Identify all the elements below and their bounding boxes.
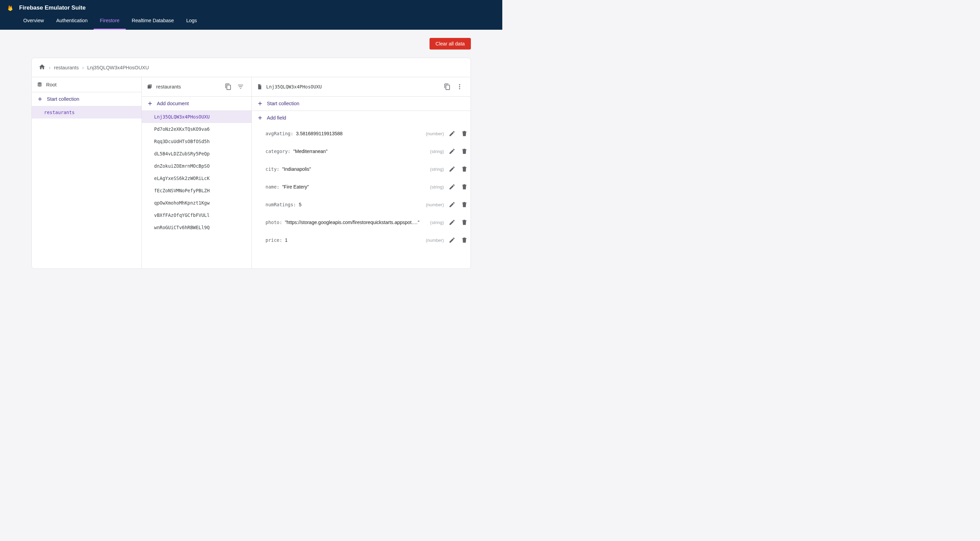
chevron-right-icon: › bbox=[49, 65, 51, 70]
document-item[interactable]: dL5B4vLDZZubSRy5PeQp bbox=[142, 148, 251, 160]
collection-item[interactable]: restaurants bbox=[32, 106, 142, 119]
field-row[interactable]: city:"Indianapolis"(string) bbox=[252, 160, 471, 178]
field-row[interactable]: category:"Mediterranean"(string) bbox=[252, 143, 471, 160]
field-key: numRatings: bbox=[266, 202, 296, 207]
home-icon[interactable] bbox=[38, 63, 45, 71]
delete-icon[interactable] bbox=[458, 163, 471, 175]
document-item[interactable]: dnZokuiZOEmrnMOcBpSO bbox=[142, 160, 251, 172]
field-type: (string) bbox=[430, 184, 446, 190]
add-field-button[interactable]: Add field bbox=[252, 111, 471, 125]
tab-logs[interactable]: Logs bbox=[180, 13, 203, 30]
field-row[interactable]: name:"Fire Eatery"(string) bbox=[252, 178, 471, 196]
breadcrumb-item[interactable]: Lnj35QLQW3x4PHosOUXU bbox=[87, 65, 149, 70]
field-key: category: bbox=[266, 149, 290, 154]
svg-point-2 bbox=[459, 88, 460, 89]
field-key: price: bbox=[266, 237, 282, 243]
edit-icon[interactable] bbox=[446, 127, 458, 140]
document-item[interactable]: Pd7oNz2eXKxTQsKO9va6 bbox=[142, 123, 251, 135]
delete-icon[interactable] bbox=[458, 181, 471, 193]
copy-icon[interactable] bbox=[222, 81, 234, 93]
edit-icon[interactable] bbox=[446, 234, 458, 246]
field-type: (string) bbox=[430, 220, 446, 225]
column-root: Root Start collection restaurants bbox=[32, 77, 142, 268]
field-value: "Indianapolis" bbox=[282, 167, 311, 172]
database-icon bbox=[37, 82, 43, 88]
field-type: (string) bbox=[430, 167, 446, 172]
field-type: (number) bbox=[426, 238, 446, 243]
firebase-logo-icon bbox=[7, 4, 14, 12]
add-document-button[interactable]: Add document bbox=[142, 97, 251, 111]
field-row[interactable]: numRatings:5(number) bbox=[252, 196, 471, 213]
field-value: 5 bbox=[299, 202, 301, 207]
document-item[interactable]: Rqq3DcuUdHTsOBfOSd5h bbox=[142, 135, 251, 148]
action-bar: Clear all data bbox=[0, 30, 502, 49]
edit-icon[interactable] bbox=[446, 181, 458, 193]
field-value: "Mediterranean" bbox=[293, 149, 327, 154]
tab-overview[interactable]: Overview bbox=[17, 13, 50, 30]
breadcrumb: › restaurants › Lnj35QLQW3x4PHosOUXU bbox=[32, 58, 471, 77]
chevron-right-icon: › bbox=[82, 65, 84, 70]
field-type: (string) bbox=[430, 149, 446, 154]
field-type: (number) bbox=[426, 202, 446, 207]
field-value: 3.5816899119913588 bbox=[296, 131, 342, 136]
column-fields: Lnj35QLQW3x4PHosOUXU Start collection Ad… bbox=[252, 77, 471, 268]
field-row[interactable]: avgRating:3.5816899119913588(number) bbox=[252, 125, 471, 143]
delete-icon[interactable] bbox=[458, 198, 471, 211]
edit-icon[interactable] bbox=[446, 145, 458, 157]
clear-all-data-button[interactable]: Clear all data bbox=[430, 38, 471, 49]
document-item[interactable]: vBXfFAzOfqYGCfbFVULl bbox=[142, 209, 251, 221]
field-type: (number) bbox=[426, 131, 446, 136]
field-key: avgRating: bbox=[266, 131, 293, 136]
plus-icon bbox=[37, 96, 43, 103]
copy-icon[interactable] bbox=[441, 81, 453, 93]
delete-icon[interactable] bbox=[458, 145, 471, 157]
delete-icon[interactable] bbox=[458, 127, 471, 140]
tab-firestore[interactable]: Firestore bbox=[94, 13, 126, 30]
field-key: name: bbox=[266, 184, 280, 190]
start-collection-button[interactable]: Start collection bbox=[32, 92, 142, 106]
app-header: Firebase Emulator Suite OverviewAuthenti… bbox=[0, 0, 502, 30]
field-value: "Fire Eatery" bbox=[282, 184, 309, 190]
column-documents: restaurants Add document Lnj35QLQW3x4PHo… bbox=[142, 77, 252, 268]
plus-icon bbox=[257, 114, 264, 121]
app-title: Firebase Emulator Suite bbox=[19, 5, 86, 11]
document-item[interactable]: wnRoGUiCTv6hRBWELl9Q bbox=[142, 221, 251, 233]
column-root-title: Root bbox=[46, 82, 57, 87]
delete-icon[interactable] bbox=[458, 216, 471, 228]
column-fields-title: Lnj35QLQW3x4PHosOUXU bbox=[266, 84, 322, 89]
field-key: photo: bbox=[266, 220, 282, 225]
field-key: city: bbox=[266, 167, 280, 172]
document-item[interactable]: Lnj35QLQW3x4PHosOUXU bbox=[142, 111, 251, 123]
breadcrumb-item[interactable]: restaurants bbox=[54, 65, 79, 70]
field-row[interactable]: price:1(number) bbox=[252, 231, 471, 249]
column-docs-title: restaurants bbox=[156, 84, 181, 89]
edit-icon[interactable] bbox=[446, 163, 458, 175]
plus-icon bbox=[146, 100, 153, 107]
document-item[interactable]: qpOwXmohoMhKpnzt1Kgw bbox=[142, 197, 251, 209]
plus-icon bbox=[257, 100, 264, 107]
edit-icon[interactable] bbox=[446, 198, 458, 211]
document-item[interactable]: eLAgYxeSS6k2zWORiLcK bbox=[142, 172, 251, 184]
tab-realtime-database[interactable]: Realtime Database bbox=[126, 13, 180, 30]
tab-authentication[interactable]: Authentication bbox=[50, 13, 94, 30]
svg-point-1 bbox=[459, 86, 460, 87]
start-collection-button[interactable]: Start collection bbox=[252, 97, 471, 111]
field-row[interactable]: photo:"https://storage.googleapis.com/fi… bbox=[252, 213, 471, 231]
firestore-panel: › restaurants › Lnj35QLQW3x4PHosOUXU Roo… bbox=[32, 58, 471, 269]
more-vert-icon[interactable] bbox=[453, 81, 466, 93]
filter-icon[interactable] bbox=[234, 81, 247, 93]
delete-icon[interactable] bbox=[458, 234, 471, 246]
document-item[interactable]: fEcZoNSVMNoPefyPBLZH bbox=[142, 184, 251, 197]
edit-icon[interactable] bbox=[446, 216, 458, 228]
collection-icon bbox=[146, 84, 153, 90]
document-icon bbox=[257, 84, 263, 90]
field-value: "https://storage.googleapis.com/firestor… bbox=[285, 220, 420, 225]
nav-tabs: OverviewAuthenticationFirestoreRealtime … bbox=[0, 13, 502, 30]
field-value: 1 bbox=[285, 237, 288, 243]
svg-point-0 bbox=[459, 84, 460, 86]
